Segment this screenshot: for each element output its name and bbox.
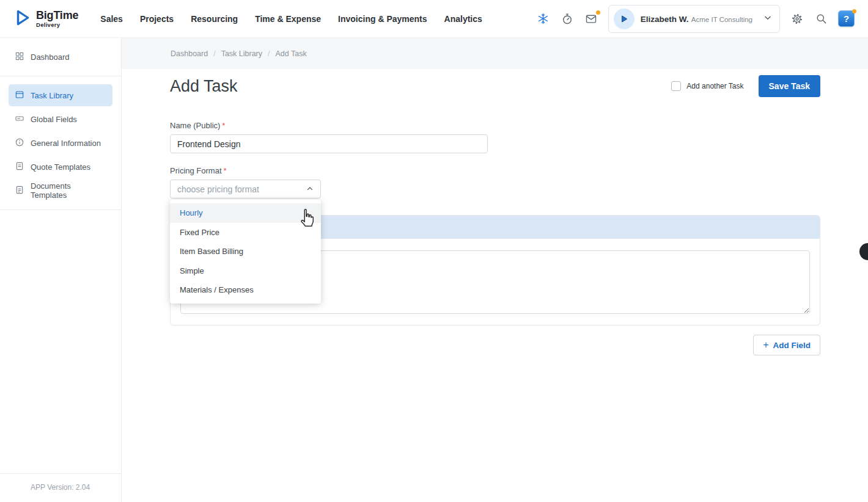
document-icon: [15, 185, 24, 197]
sidebar-item-global-fields[interactable]: Global Fields: [9, 108, 112, 130]
integrations-snowflake-icon[interactable]: [537, 12, 550, 26]
brand-subtitle: Delivery: [36, 22, 78, 28]
messages-notification-dot: [596, 10, 600, 15]
nav-sales[interactable]: Sales: [100, 14, 123, 24]
sidebar-item-label: Dashboard: [31, 53, 70, 62]
nav-invoicing-payments[interactable]: Invoicing & Payments: [338, 14, 427, 24]
main-content: Dashboard / Task Library / Add Task Add …: [122, 38, 868, 502]
sidebar-item-documents-templates[interactable]: Documents Templates: [9, 180, 112, 202]
nav-analytics[interactable]: Analytics: [444, 14, 482, 24]
sidebar-item-dashboard[interactable]: Dashboard: [9, 46, 112, 68]
task-library-icon: [15, 90, 24, 101]
nav-resourcing[interactable]: Resourcing: [191, 14, 238, 24]
pricing-format-placeholder: choose pricing format: [177, 184, 306, 194]
name-public-input[interactable]: [170, 134, 488, 153]
breadcrumb-dashboard[interactable]: Dashboard: [171, 49, 208, 58]
bigtime-logo-icon: [13, 9, 32, 29]
chevron-down-icon: [763, 13, 772, 24]
user-menu[interactable]: Elizabeth W. Acme IT Consulting: [608, 5, 780, 33]
app-version: APP Version: 2.04: [0, 474, 121, 502]
required-asterisk: *: [224, 166, 227, 175]
plus-icon: +: [763, 340, 768, 350]
option-materials-expenses[interactable]: Materials / Expenses: [170, 280, 321, 300]
pricing-format-dropdown: Hourly Fixed Price Item Based Billing Si…: [170, 200, 321, 304]
timer-icon[interactable]: [561, 12, 574, 26]
brand-name: BigTime: [36, 10, 78, 21]
settings-gear-icon[interactable]: [790, 12, 804, 26]
breadcrumb-task-library[interactable]: Task Library: [221, 49, 262, 58]
topbar-actions: Elizabeth W. Acme IT Consulting: [537, 5, 855, 33]
nav-projects[interactable]: Projects: [140, 14, 174, 24]
name-public-field: Name (Public)*: [170, 121, 820, 153]
pricing-format-label: Pricing Format*: [170, 166, 820, 175]
sidebar-item-label: Documents Templates: [31, 181, 106, 200]
breadcrumb-separator: /: [268, 49, 270, 58]
sidebar-item-general-information[interactable]: General Information: [9, 132, 112, 154]
option-hourly[interactable]: Hourly: [170, 203, 321, 223]
sidebar-item-label: Quote Templates: [31, 162, 90, 172]
required-asterisk: *: [222, 121, 225, 130]
sidebar-item-label: General Information: [31, 139, 101, 148]
sidebar-item-label: Global Fields: [31, 115, 77, 124]
messages-icon[interactable]: [584, 12, 598, 26]
info-icon: [15, 137, 24, 149]
sidebar-item-task-library[interactable]: Task Library: [9, 84, 112, 106]
search-icon[interactable]: [814, 12, 828, 26]
help-notification-dot: [852, 9, 856, 13]
document-icon: [15, 161, 24, 173]
chevron-up-icon: [306, 184, 314, 195]
breadcrumb: Dashboard / Task Library / Add Task: [122, 38, 868, 69]
option-simple[interactable]: Simple: [170, 261, 321, 281]
page-title: Add Task: [170, 77, 238, 96]
name-public-label: Name (Public)*: [170, 121, 820, 130]
breadcrumb-add-task: Add Task: [276, 49, 307, 58]
nav-time-expense[interactable]: Time & Expense: [255, 14, 321, 24]
breadcrumb-separator: /: [213, 49, 215, 58]
option-fixed-price[interactable]: Fixed Price: [170, 223, 321, 242]
user-avatar: [614, 9, 634, 29]
help-label: ?: [844, 13, 849, 24]
sidebar-divider: [0, 209, 121, 210]
global-fields-icon: [15, 114, 24, 125]
sidebar-item-quote-templates[interactable]: Quote Templates: [9, 156, 112, 178]
add-another-task-checkbox[interactable]: [671, 81, 681, 91]
add-field-button[interactable]: + Add Field: [753, 335, 820, 355]
add-field-label: Add Field: [773, 341, 811, 350]
sidebar-item-label: Task Library: [31, 91, 73, 100]
pricing-format-field: Pricing Format* choose pricing format: [170, 166, 820, 198]
sidebar-divider: [0, 76, 121, 76]
option-item-based-billing[interactable]: Item Based Billing: [170, 242, 321, 261]
page-header: Add Task Add another Task Save Task: [122, 69, 868, 103]
add-another-task-option[interactable]: Add another Task: [671, 81, 743, 91]
topbar: BigTime Delivery Sales Projects Resourci…: [0, 0, 868, 38]
user-company: Acme IT Consulting: [691, 16, 752, 23]
save-task-button[interactable]: Save Task: [759, 75, 820, 97]
user-name: Elizabeth W.: [641, 15, 689, 24]
app-logo[interactable]: BigTime Delivery: [13, 9, 78, 29]
add-another-task-label: Add another Task: [686, 82, 743, 90]
main-nav: Sales Projects Resourcing Time & Expense…: [100, 14, 482, 24]
dashboard-grid-icon: [15, 51, 24, 63]
add-task-form: Name (Public)* Pricing Format* choose pr…: [122, 103, 868, 355]
pricing-format-select[interactable]: choose pricing format: [170, 180, 321, 198]
sidebar: Dashboard Task Library Global Fields Gen…: [0, 38, 122, 502]
help-button[interactable]: ?: [838, 10, 855, 27]
